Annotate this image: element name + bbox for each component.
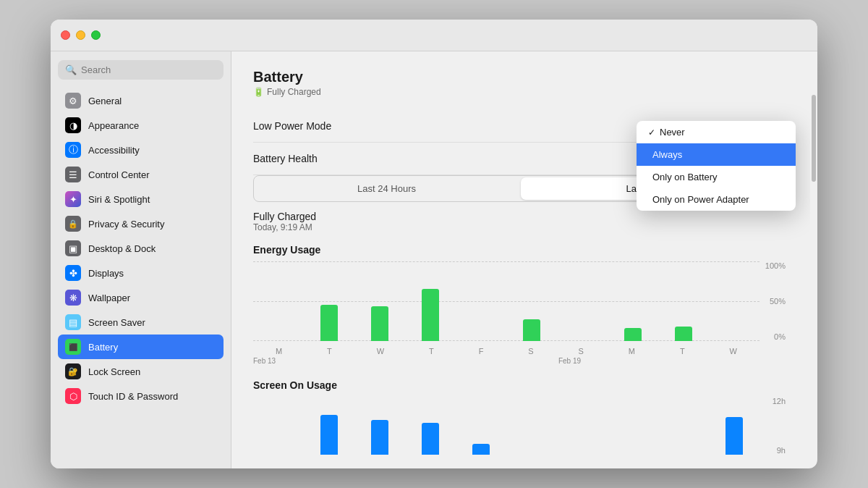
x-label-w2: W [730, 347, 737, 356]
x-label-m2: M [629, 347, 635, 356]
wallpaper-icon: ❋ [65, 290, 81, 306]
appearance-icon: ◑ [65, 117, 81, 133]
sidebar-item-touchid[interactable]: ⬡Touch ID & Password [58, 384, 224, 408]
screen-y-9h: 9h [760, 446, 786, 455]
date-label-end [633, 357, 760, 365]
main-window: 🔍 ⚙General◑AppearanceⓘAccessibility☰Cont… [51, 20, 817, 468]
page-subtitle: 🔋 Fully Charged [253, 87, 788, 97]
screensaver-icon: ▤ [65, 314, 81, 330]
low-power-mode-label: Low Power Mode [253, 120, 331, 132]
search-input[interactable] [81, 64, 216, 75]
sidebar-items-list: ⚙General◑AppearanceⓘAccessibility☰Contro… [58, 88, 224, 408]
energy-bar-2 [371, 306, 388, 341]
screensaver-label: Screen Saver [88, 317, 145, 328]
privacy-label: Privacy & Security [88, 219, 164, 230]
last-24h-button[interactable]: Last 24 Hours [254, 176, 519, 201]
energy-usage-section: Energy Usage [253, 244, 788, 365]
date-label-feb13: Feb 13 [253, 357, 380, 365]
dropdown-item-battery-only[interactable]: Only on Battery [637, 166, 796, 188]
date-label-feb19: Feb 19 [506, 357, 633, 365]
x-label-s2: S [579, 347, 584, 356]
dropdown-label-never: Never [660, 127, 685, 138]
bar-col-s1 [523, 319, 540, 341]
main-content: Battery 🔋 Fully Charged Low Power Mode B… [231, 51, 810, 468]
maximize-button[interactable] [91, 30, 101, 40]
scrollbar-area [810, 51, 817, 468]
screen-y-labels: 12h 9h [760, 397, 788, 455]
energy-bar-3 [422, 289, 439, 341]
siri-label: Siri & Spotlight [88, 194, 150, 205]
y-label-0: 0% [760, 332, 786, 341]
control-icon: ☰ [65, 167, 81, 182]
touchid-label: Touch ID & Password [88, 391, 178, 402]
sidebar-item-wallpaper[interactable]: ❋Wallpaper [58, 285, 224, 310]
screen-bar-2 [371, 420, 388, 455]
sidebar-item-general[interactable]: ⚙General [58, 88, 224, 113]
lockscreen-label: Lock Screen [88, 366, 140, 377]
x-label-t2: T [429, 347, 434, 356]
bar-col-t1 [320, 305, 338, 341]
sidebar-item-displays[interactable]: ✤Displays [58, 261, 224, 285]
sidebar-item-appearance[interactable]: ◑Appearance [58, 113, 224, 138]
close-button[interactable] [61, 30, 70, 40]
scrollbar-thumb[interactable] [812, 95, 816, 182]
minimize-button[interactable] [76, 30, 85, 40]
touchid-icon: ⬡ [65, 388, 81, 404]
energy-bar-1 [320, 305, 338, 341]
dropdown-item-power-adapter[interactable]: Only on Power Adapter [637, 188, 796, 211]
energy-bar-5 [523, 319, 540, 341]
siri-icon: ✦ [65, 191, 81, 207]
search-box[interactable]: 🔍 [58, 60, 224, 80]
accessibility-icon: ⓘ [65, 142, 81, 158]
screen-on-usage-section: Screen On Usage [253, 379, 788, 455]
x-label-m1: M [276, 347, 282, 356]
dropdown-item-never[interactable]: ✓ Never [637, 121, 796, 143]
energy-date-labels: Feb 13 Feb 19 [253, 357, 788, 365]
sidebar-item-lockscreen[interactable]: 🔐Lock Screen [58, 359, 224, 384]
x-label-s1: S [528, 347, 533, 356]
x-label-t3: T [680, 347, 685, 356]
screen-bar-4 [472, 444, 490, 455]
battery-label: Battery [88, 342, 118, 353]
fully-charged-time: Today, 9:19 AM [253, 222, 788, 232]
content-area: 🔍 ⚙General◑AppearanceⓘAccessibility☰Cont… [51, 51, 817, 468]
dropdown-label-always: Always [652, 149, 682, 160]
search-icon: 🔍 [65, 64, 77, 75]
bar-col-w1 [371, 306, 388, 341]
control-label: Control Center [88, 169, 150, 180]
y-label-100: 100% [760, 261, 786, 270]
dropdown-label-power-adapter: Only on Power Adapter [652, 194, 749, 205]
dropdown-item-always[interactable]: Always [637, 143, 796, 166]
sidebar-item-privacy[interactable]: 🔒Privacy & Security [58, 211, 224, 236]
x-label-w1: W [377, 347, 384, 356]
sidebar-item-battery[interactable]: ⬛Battery [58, 335, 224, 359]
desktop-icon: ▣ [65, 240, 81, 256]
general-icon: ⚙ [65, 93, 81, 109]
wallpaper-label: Wallpaper [88, 293, 130, 303]
sidebar-item-accessibility[interactable]: ⓘAccessibility [58, 138, 224, 162]
screen-bar-9 [726, 417, 743, 455]
displays-icon: ✤ [65, 265, 81, 281]
sidebar-item-screensaver[interactable]: ▤Screen Saver [58, 310, 224, 335]
energy-usage-title: Energy Usage [253, 244, 788, 256]
energy-bar-8 [675, 327, 692, 341]
sidebar-item-siri[interactable]: ✦Siri & Spotlight [58, 187, 224, 211]
energy-y-labels: 100% 50% 0% [760, 261, 788, 341]
check-icon-never: ✓ [648, 127, 655, 138]
battery-icon: ⬛ [65, 339, 81, 355]
fully-charged-label: Fully Charged [253, 211, 788, 222]
lockscreen-icon: 🔐 [65, 363, 81, 379]
x-label-t1: T [327, 347, 332, 356]
sidebar-item-desktop[interactable]: ▣Desktop & Dock [58, 236, 224, 261]
sidebar-item-control[interactable]: ☰Control Center [58, 162, 224, 187]
screen-bar-3 [422, 423, 439, 455]
bar-col-t2 [422, 289, 439, 341]
screen-on-title: Screen On Usage [253, 379, 788, 391]
energy-bar-7 [624, 328, 642, 341]
accessibility-label: Accessibility [88, 145, 140, 156]
date-label-empty [380, 357, 506, 365]
bar-col-t3 [675, 327, 692, 341]
appearance-label: Appearance [88, 120, 139, 131]
battery-health-label: Battery Health [253, 153, 318, 164]
screen-bar-1 [320, 415, 338, 455]
